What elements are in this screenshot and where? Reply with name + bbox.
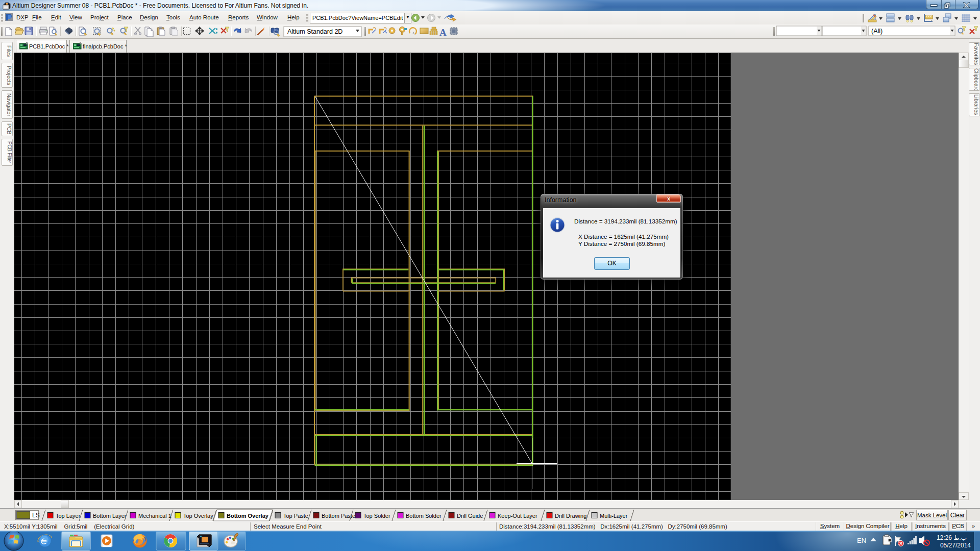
svg-text:(All): (All) [871,28,883,35]
svg-text:Bottom Paste: Bottom Paste [322,513,355,519]
svg-text:Drill Guide: Drill Guide [457,513,483,519]
svg-text:Top Layer: Top Layer [56,513,81,519]
svg-text:EN: EN [857,537,866,544]
svg-text:Altium Standard 2D: Altium Standard 2D [287,28,342,35]
svg-text:Bottom Layer: Bottom Layer [93,513,127,519]
svg-text:Bottom Solder: Bottom Solder [406,513,442,519]
svg-text:Top Overlay: Top Overlay [183,513,213,519]
svg-text:Keep-Out Layer: Keep-Out Layer [498,513,537,519]
svg-text:Top Paste: Top Paste [283,513,308,519]
svg-text:05/27/2014: 05/27/2014 [940,542,971,549]
svg-text:Mechanical 1: Mechanical 1 [138,513,172,519]
svg-text:Top Solder: Top Solder [363,513,390,519]
svg-text:A: A [439,27,447,38]
svg-text:Drill Drawing: Drill Drawing [555,513,586,519]
svg-text:12:26 ب.ظ: 12:26 ب.ظ [937,534,967,541]
svg-text:Multi-Layer: Multi-Layer [600,513,628,519]
svg-text:Bottom Overlay: Bottom Overlay [227,513,269,519]
